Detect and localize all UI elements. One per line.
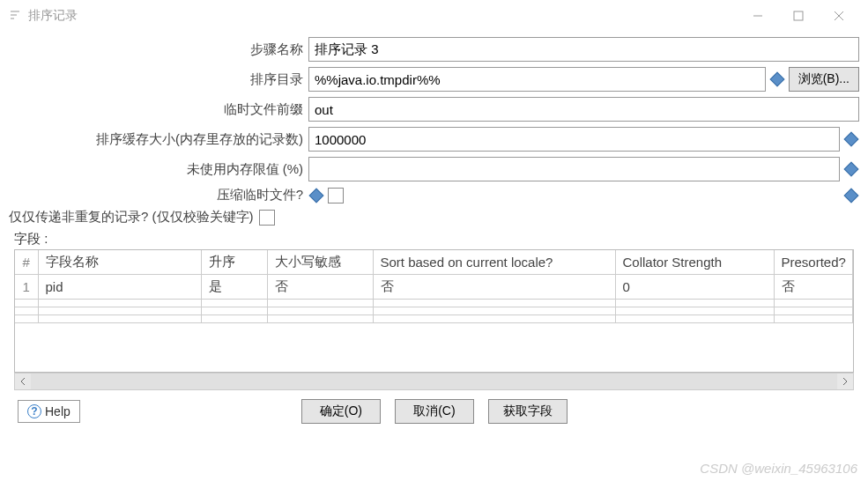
ok-button[interactable]: 确定(O) bbox=[301, 399, 381, 424]
table-row[interactable] bbox=[15, 307, 853, 315]
table-cell[interactable] bbox=[774, 300, 853, 307]
variable-indicator-icon bbox=[769, 74, 785, 85]
app-icon bbox=[9, 9, 21, 24]
unique-rows-label: 仅仅传递非重复的记录? (仅仅校验关键字) bbox=[9, 209, 259, 226]
tmp-prefix-label: 临时文件前缀 bbox=[9, 101, 308, 118]
free-mem-input[interactable] bbox=[308, 157, 840, 181]
table-cell[interactable] bbox=[15, 307, 38, 315]
table-cell[interactable]: pid bbox=[38, 275, 201, 300]
get-fields-button[interactable]: 获取字段 bbox=[488, 399, 568, 424]
cancel-button[interactable]: 取消(C) bbox=[395, 399, 474, 424]
minimize-button[interactable] bbox=[738, 3, 778, 29]
scroll-right-arrow[interactable] bbox=[837, 374, 853, 389]
variable-indicator-icon bbox=[308, 190, 324, 201]
table-cell[interactable] bbox=[373, 315, 615, 323]
svg-rect-1 bbox=[794, 11, 803, 20]
table-cell[interactable] bbox=[267, 307, 373, 315]
table-cell[interactable] bbox=[15, 315, 38, 323]
table-cell[interactable] bbox=[615, 315, 774, 323]
variable-indicator-icon bbox=[843, 190, 859, 201]
col-presorted[interactable]: Presorted? bbox=[774, 250, 853, 275]
table-cell[interactable] bbox=[267, 300, 373, 307]
window-controls bbox=[738, 3, 859, 29]
cache-size-input[interactable] bbox=[308, 127, 840, 152]
fields-section-label: 字段 : bbox=[14, 231, 859, 248]
step-name-label: 步骤名称 bbox=[9, 41, 308, 58]
horizontal-scrollbar[interactable] bbox=[14, 373, 854, 390]
col-case-sensitive[interactable]: 大小写敏感 bbox=[267, 250, 373, 275]
table-cell[interactable]: 1 bbox=[15, 275, 38, 300]
free-mem-label: 未使用内存限值 (%) bbox=[9, 161, 308, 178]
footer-buttons: ? Help 确定(O) 取消(C) 获取字段 bbox=[9, 390, 859, 433]
table-cell[interactable]: 否 bbox=[774, 275, 853, 300]
table-cell[interactable] bbox=[38, 307, 201, 315]
table-cell[interactable] bbox=[373, 300, 615, 307]
table-cell[interactable]: 是 bbox=[201, 275, 267, 300]
table-cell[interactable] bbox=[38, 300, 201, 307]
col-idx[interactable]: # bbox=[15, 250, 38, 275]
col-collator-strength[interactable]: Collator Strength bbox=[615, 250, 774, 275]
fields-table[interactable]: # 字段名称 升序 大小写敏感 Sort based on current lo… bbox=[14, 249, 854, 373]
close-button[interactable] bbox=[819, 3, 859, 29]
scroll-left-arrow[interactable] bbox=[15, 374, 31, 389]
table-cell[interactable] bbox=[15, 300, 38, 307]
table-cell[interactable] bbox=[373, 307, 615, 315]
help-label: Help bbox=[45, 404, 70, 418]
unique-rows-checkbox[interactable] bbox=[259, 210, 275, 226]
table-cell[interactable] bbox=[774, 315, 853, 323]
step-name-input[interactable] bbox=[308, 37, 859, 62]
table-row[interactable] bbox=[15, 315, 853, 323]
tmp-prefix-input[interactable] bbox=[308, 97, 859, 122]
col-field-name[interactable]: 字段名称 bbox=[38, 250, 201, 275]
table-cell[interactable] bbox=[615, 307, 774, 315]
table-header-row: # 字段名称 升序 大小写敏感 Sort based on current lo… bbox=[15, 250, 853, 275]
table-cell[interactable] bbox=[774, 307, 853, 315]
col-ascending[interactable]: 升序 bbox=[201, 250, 267, 275]
table-cell[interactable] bbox=[38, 315, 201, 323]
sort-dir-label: 排序目录 bbox=[9, 71, 308, 88]
table-cell[interactable]: 否 bbox=[373, 275, 615, 300]
table-cell[interactable] bbox=[201, 315, 267, 323]
table-cell[interactable]: 0 bbox=[615, 275, 774, 300]
table-row[interactable]: 1pid是否否0否 bbox=[15, 275, 853, 300]
table-cell[interactable]: 否 bbox=[267, 275, 373, 300]
variable-indicator-icon bbox=[843, 134, 859, 144]
variable-indicator-icon bbox=[843, 164, 859, 174]
cache-size-label: 排序缓存大小(内存里存放的记录数) bbox=[9, 131, 308, 148]
col-locale-sort[interactable]: Sort based on current locale? bbox=[373, 250, 615, 275]
help-icon: ? bbox=[27, 404, 41, 418]
titlebar: 排序记录 bbox=[0, 0, 868, 32]
help-button[interactable]: ? Help bbox=[18, 400, 80, 423]
table-cell[interactable] bbox=[201, 307, 267, 315]
compress-label: 压缩临时文件? bbox=[9, 187, 308, 204]
compress-checkbox[interactable] bbox=[328, 188, 344, 204]
table-cell[interactable] bbox=[201, 300, 267, 307]
table-cell[interactable] bbox=[615, 300, 774, 307]
scroll-track[interactable] bbox=[31, 374, 837, 389]
watermark: CSDN @weixin_45963106 bbox=[700, 461, 857, 476]
maximize-button[interactable] bbox=[778, 3, 819, 29]
main-content: 步骤名称 排序目录 浏览(B)... 临时文件前缀 排序缓存大小(内存里存放的记… bbox=[0, 32, 868, 433]
browse-button[interactable]: 浏览(B)... bbox=[789, 67, 859, 92]
window-title: 排序记录 bbox=[28, 8, 738, 24]
table-cell[interactable] bbox=[267, 315, 373, 323]
table-row[interactable] bbox=[15, 300, 853, 307]
sort-dir-input[interactable] bbox=[308, 67, 766, 92]
